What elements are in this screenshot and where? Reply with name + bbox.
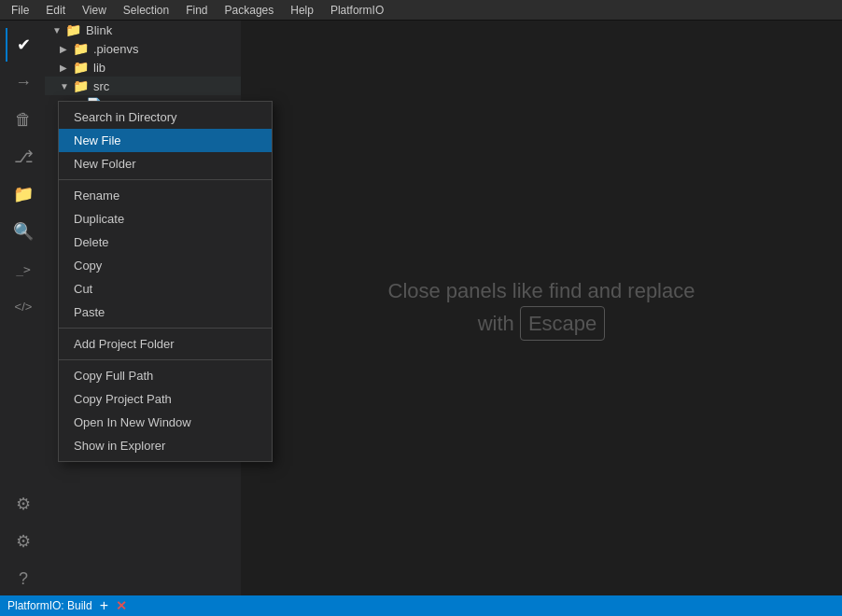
- ctx-delete[interactable]: Delete: [59, 231, 272, 254]
- activity-code[interactable]: </>: [6, 289, 39, 323]
- menu-view[interactable]: View: [75, 2, 114, 19]
- ctx-copy-full-path[interactable]: Copy Full Path: [59, 364, 272, 387]
- ctx-copy-project-path[interactable]: Copy Project Path: [59, 387, 272, 411]
- ctx-open-in-new-window[interactable]: Open In New Window: [59, 411, 272, 434]
- ctx-show-in-explorer[interactable]: Show in Explorer: [59, 434, 272, 457]
- context-menu: Search in Directory New File New Folder …: [58, 101, 273, 462]
- tree-item-lib[interactable]: ▶ 📁 lib: [45, 58, 241, 77]
- status-label: PlatformIO: Build: [7, 599, 92, 612]
- ctx-cut[interactable]: Cut: [59, 277, 272, 301]
- tree-item-src[interactable]: ▼ 📁 src: [45, 77, 241, 95]
- item-label: lib: [93, 61, 105, 75]
- activity-git[interactable]: ⎇: [6, 140, 39, 174]
- escape-badge: Escape: [520, 306, 605, 341]
- ctx-duplicate[interactable]: Duplicate: [59, 207, 272, 231]
- ctx-add-project-folder[interactable]: Add Project Folder: [59, 332, 272, 356]
- status-close-button[interactable]: ✕: [116, 598, 127, 613]
- menu-selection[interactable]: Selection: [116, 2, 176, 19]
- ctx-new-file[interactable]: New File: [59, 129, 272, 152]
- item-label: .pioenvs: [93, 42, 138, 56]
- ctx-paste[interactable]: Paste: [59, 301, 272, 324]
- editor-area: Close panels like find and replace with …: [241, 21, 842, 595]
- activity-check[interactable]: ✔: [6, 28, 39, 62]
- folder-icon: 📁: [73, 60, 90, 75]
- folder-icon: 📁: [73, 41, 90, 56]
- menu-file[interactable]: File: [4, 2, 36, 19]
- separator-3: [59, 359, 272, 360]
- ctx-new-folder[interactable]: New Folder: [59, 152, 272, 175]
- activity-search[interactable]: 🔍: [6, 215, 39, 248]
- activity-bar: ✔ → 🗑 ⎇ 📁 🔍 _> </> ⚙ ⚙ ?: [0, 21, 45, 595]
- folder-icon: 📁: [65, 22, 82, 37]
- menu-edit[interactable]: Edit: [38, 2, 73, 19]
- hint-text: Close panels like find and replace with …: [388, 275, 695, 341]
- ctx-copy[interactable]: Copy: [59, 254, 272, 277]
- folder-icon: 📁: [73, 78, 90, 93]
- activity-terminal[interactable]: _>: [6, 252, 39, 286]
- arrow-icon: ▶: [60, 44, 73, 54]
- menu-platformio[interactable]: PlatformIO: [323, 2, 391, 19]
- item-label: src: [93, 79, 109, 93]
- ctx-rename[interactable]: Rename: [59, 184, 272, 207]
- activity-gear-plugin[interactable]: ⚙: [6, 487, 39, 521]
- arrow-icon: ▼: [52, 25, 65, 35]
- activity-trash[interactable]: 🗑: [6, 103, 39, 136]
- menu-packages[interactable]: Packages: [218, 2, 282, 19]
- separator-1: [59, 179, 272, 180]
- hint-line1: Close panels like find and replace: [388, 279, 695, 302]
- root-label: Blink: [86, 23, 112, 37]
- status-add-button[interactable]: +: [100, 597, 108, 614]
- ctx-search-in-directory[interactable]: Search in Directory: [59, 105, 272, 129]
- tree-root-blink[interactable]: ▼ 📁 Blink: [45, 21, 241, 39]
- menu-help[interactable]: Help: [283, 2, 321, 19]
- activity-arrow[interactable]: →: [6, 65, 39, 99]
- arrow-icon: ▶: [60, 63, 73, 73]
- activity-folder[interactable]: 📁: [6, 177, 39, 211]
- statusbar: PlatformIO: Build + ✕: [0, 595, 842, 616]
- hint-line2: with: [478, 312, 514, 335]
- tree-item-pioenvs[interactable]: ▶ 📁 .pioenvs: [45, 39, 241, 58]
- menu-find[interactable]: Find: [178, 2, 215, 19]
- menubar: File Edit View Selection Find Packages H…: [0, 0, 842, 21]
- activity-help[interactable]: ?: [6, 562, 39, 595]
- separator-2: [59, 328, 272, 329]
- arrow-icon: ▼: [60, 81, 73, 91]
- activity-settings[interactable]: ⚙: [6, 525, 39, 558]
